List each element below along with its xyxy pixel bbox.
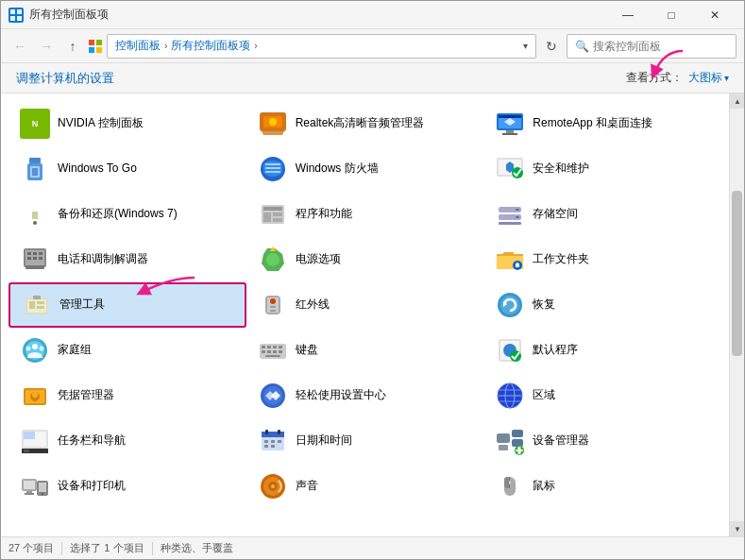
item-devmgr[interactable]: 设备管理器 bbox=[483, 418, 721, 464]
adjust-settings-label[interactable]: 调整计算机的设置 bbox=[16, 70, 114, 87]
search-input[interactable] bbox=[593, 40, 735, 53]
svg-rect-124 bbox=[24, 481, 35, 489]
item-ease[interactable]: 轻松使用设置中心 bbox=[246, 373, 484, 418]
item-security[interactable]: 安全和维护 bbox=[483, 146, 721, 192]
refresh-button[interactable]: ↻ bbox=[540, 35, 563, 58]
keyboard-icon bbox=[258, 335, 288, 365]
item-taskbar[interactable]: 任务栏和导航 bbox=[8, 418, 246, 464]
item-recover[interactable]: 恢复 bbox=[483, 282, 721, 328]
svg-rect-46 bbox=[33, 252, 37, 255]
svg-rect-76 bbox=[262, 346, 265, 348]
svg-rect-60 bbox=[37, 306, 44, 309]
svg-point-129 bbox=[42, 493, 44, 496]
item-admin[interactable]: 管理工具 bbox=[8, 282, 246, 328]
address-field[interactable]: 控制面板 › 所有控制面板项 › ▾ bbox=[107, 34, 536, 59]
windowstogo-icon bbox=[20, 154, 50, 184]
item-defaultapp[interactable]: 默认程序 bbox=[483, 328, 721, 373]
item-credentials[interactable]: 凭据管理器 bbox=[8, 373, 246, 418]
item-keyboard[interactable]: 键盘 bbox=[246, 328, 484, 373]
item-programs[interactable]: 程序和功能 bbox=[246, 192, 484, 237]
scroll-down-button[interactable]: ▼ bbox=[730, 521, 744, 536]
window-title: 所有控制面板项 bbox=[29, 7, 606, 23]
devices-icon bbox=[20, 471, 50, 501]
scroll-track[interactable] bbox=[730, 109, 744, 521]
minimize-button[interactable]: — bbox=[606, 1, 650, 29]
item-windowstogo[interactable]: Windows To Go bbox=[8, 146, 246, 192]
svg-rect-105 bbox=[24, 450, 29, 452]
item-datetime[interactable]: 日期和时间 bbox=[246, 418, 484, 464]
svg-rect-137 bbox=[509, 481, 511, 484]
item-label-storage: 存储空间 bbox=[533, 207, 578, 222]
maximize-button[interactable]: □ bbox=[650, 1, 693, 29]
svg-rect-109 bbox=[265, 430, 268, 434]
breadcrumb-allitems[interactable]: 所有控制面板项 bbox=[171, 38, 250, 54]
item-infrared[interactable]: 红外线 bbox=[246, 282, 484, 328]
item-sound2[interactable]: 声音 bbox=[246, 464, 484, 509]
item-label-remoteapp: RemoteApp 和桌面连接 bbox=[533, 116, 652, 131]
svg-rect-33 bbox=[263, 207, 282, 211]
item-nvidia[interactable]: N NVIDIA 控制面板 bbox=[8, 101, 246, 146]
svg-rect-82 bbox=[273, 350, 277, 353]
status-hint: 种类选、手覆盖 bbox=[161, 541, 233, 555]
dropdown-arrow-icon[interactable]: ▾ bbox=[523, 41, 528, 51]
item-backup[interactable]: 备份和还原(Windows 7) bbox=[8, 192, 246, 237]
security-icon bbox=[495, 154, 525, 184]
nvidia-icon: N bbox=[20, 109, 50, 139]
title-bar: 所有控制面板项 — □ ✕ bbox=[1, 1, 744, 29]
item-mouse[interactable]: 鼠标 bbox=[483, 464, 721, 509]
item-remoteapp[interactable]: RemoteApp 和桌面连接 bbox=[483, 101, 721, 146]
item-label-workfolder: 工作文件夹 bbox=[533, 252, 589, 267]
forward-button[interactable]: → bbox=[35, 35, 58, 58]
scroll-thumb[interactable] bbox=[732, 191, 742, 356]
svg-rect-81 bbox=[267, 350, 271, 353]
item-label-taskbar: 任务栏和导航 bbox=[58, 433, 126, 449]
main-content: N NVIDIA 控制面板 Realtek高清晰音频管理器 bbox=[1, 93, 744, 536]
item-power[interactable]: 电源选项 bbox=[246, 237, 484, 282]
item-homegroup[interactable]: 家庭组 bbox=[8, 328, 246, 373]
svg-point-93 bbox=[32, 392, 38, 398]
admin-icon bbox=[22, 290, 52, 320]
recover-icon bbox=[495, 290, 525, 320]
svg-rect-7 bbox=[96, 47, 102, 53]
view-label: 查看方式： bbox=[626, 70, 683, 86]
svg-rect-44 bbox=[25, 265, 44, 269]
scroll-up-button[interactable]: ▲ bbox=[730, 93, 744, 109]
svg-rect-22 bbox=[265, 163, 280, 165]
svg-rect-61 bbox=[33, 296, 41, 299]
item-storage[interactable]: 存储空间 bbox=[483, 192, 721, 237]
svg-rect-20 bbox=[32, 168, 38, 176]
up-button[interactable]: ↑ bbox=[61, 35, 84, 58]
svg-rect-113 bbox=[278, 440, 281, 443]
datetime-icon bbox=[258, 426, 288, 456]
item-label-nvidia: NVIDIA 控制面板 bbox=[58, 116, 144, 131]
svg-rect-30 bbox=[32, 212, 38, 219]
scrollbar[interactable]: ▲ ▼ bbox=[729, 93, 744, 536]
svg-point-51 bbox=[266, 253, 279, 266]
item-realtek[interactable]: Realtek高清晰音频管理器 bbox=[246, 101, 484, 146]
item-devices[interactable]: 设备和打印机 bbox=[8, 464, 246, 509]
item-region[interactable]: 区域 bbox=[483, 373, 721, 418]
svg-rect-0 bbox=[10, 9, 15, 14]
back-button[interactable]: ← bbox=[8, 35, 31, 58]
homegroup-icon bbox=[20, 335, 50, 365]
credentials-icon bbox=[20, 381, 50, 411]
search-field[interactable]: 🔍 bbox=[567, 34, 737, 59]
item-label-datetime: 日期和时间 bbox=[296, 433, 352, 449]
view-dropdown-icon: ▾ bbox=[724, 73, 729, 83]
view-mode-button[interactable]: 大图标 ▾ bbox=[688, 70, 729, 86]
breadcrumb-controlpanel[interactable]: 控制面板 bbox=[115, 38, 161, 54]
windows-logo-icon bbox=[88, 39, 103, 54]
item-winfirewall[interactable]: Windows 防火墙 bbox=[246, 146, 484, 192]
item-label-credentials: 凭据管理器 bbox=[58, 388, 114, 403]
svg-rect-24 bbox=[265, 171, 280, 173]
svg-rect-106 bbox=[24, 432, 35, 439]
region-icon bbox=[495, 381, 525, 411]
svg-rect-125 bbox=[26, 491, 32, 493]
item-label-devices: 设备和打印机 bbox=[58, 479, 126, 494]
item-label-programs: 程序和功能 bbox=[296, 207, 352, 222]
close-button[interactable]: ✕ bbox=[693, 1, 737, 29]
svg-rect-55 bbox=[516, 263, 518, 264]
item-workfolder[interactable]: 工作文件夹 bbox=[483, 237, 721, 282]
item-phone[interactable]: 电话和调制解调器 bbox=[8, 237, 246, 282]
svg-rect-118 bbox=[512, 439, 523, 447]
